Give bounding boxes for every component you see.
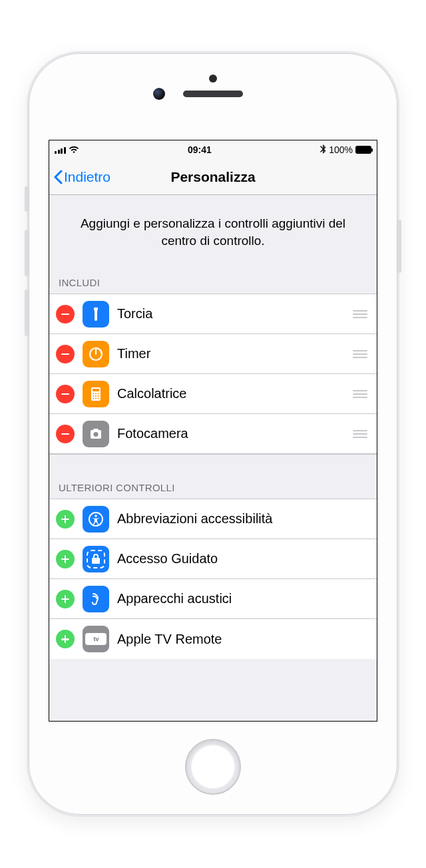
wifi-icon (69, 146, 79, 154)
reorder-handle[interactable] (351, 390, 369, 398)
status-bar: 09:41 100% (49, 140, 377, 159)
chevron-left-icon (53, 170, 63, 184)
volume-up (25, 230, 29, 276)
cellular-signal-icon (55, 146, 66, 154)
row-label: Timer (117, 346, 343, 361)
row-label: Torcia (117, 306, 343, 322)
section-header-include: INCLUDI (49, 272, 377, 294)
row-hearing: Apparecchi acustici (49, 579, 377, 619)
flashlight-icon (83, 301, 109, 327)
remove-button[interactable] (56, 305, 75, 324)
section-gap (49, 454, 377, 477)
reorder-handle[interactable] (351, 350, 369, 358)
proximity-sensor (209, 75, 217, 83)
battery-icon (355, 146, 371, 154)
camera-icon (83, 421, 109, 447)
row-label: Apple TV Remote (117, 632, 369, 647)
svg-point-8 (97, 395, 99, 397)
row-label: Calcolatrice (117, 386, 343, 401)
device-frame: 09:41 100% Indietro Personalizza Agg (0, 0, 426, 868)
add-button[interactable] (56, 510, 75, 529)
navigation-bar: Indietro Personalizza (49, 159, 377, 195)
back-label: Indietro (64, 169, 110, 185)
svg-point-4 (95, 393, 97, 394)
row-timer: Timer (49, 334, 377, 374)
reorder-handle[interactable] (351, 310, 369, 318)
row-fotocamera: Fotocamera (49, 414, 377, 454)
svg-point-10 (95, 397, 97, 399)
front-camera (153, 88, 165, 100)
reorder-handle[interactable] (351, 430, 369, 438)
row-guided-access: Accesso Guidato (49, 539, 377, 579)
mute-switch (25, 186, 29, 212)
battery-percentage: 100% (329, 144, 353, 155)
row-label: Fotocamera (117, 426, 343, 441)
back-button[interactable]: Indietro (53, 159, 110, 194)
earpiece-speaker (183, 91, 243, 97)
add-button[interactable] (56, 630, 75, 648)
row-torcia: Torcia (49, 294, 377, 334)
section-header-more: ULTERIORI CONTROLLI (49, 477, 377, 499)
row-apple-tv-remote: tv Apple TV Remote (49, 619, 377, 659)
remove-button[interactable] (56, 385, 75, 403)
timer-icon (83, 341, 109, 367)
row-label: Apparecchi acustici (117, 591, 369, 606)
svg-point-7 (95, 395, 97, 397)
calculator-icon (83, 381, 109, 407)
page-description: Aggiungi e personalizza i controlli aggi… (49, 195, 377, 272)
home-button[interactable] (185, 739, 241, 795)
svg-point-12 (93, 432, 98, 437)
svg-rect-2 (93, 389, 99, 391)
guided-access-icon (83, 546, 109, 572)
screen: 09:41 100% Indietro Personalizza Agg (49, 140, 377, 722)
power-button (397, 220, 401, 273)
svg-point-11 (97, 397, 99, 399)
row-calcolatrice: Calcolatrice (49, 374, 377, 414)
status-time: 09:41 (188, 144, 212, 155)
remove-button[interactable] (56, 425, 75, 443)
apple-tv-badge-text: tv (93, 636, 99, 642)
volume-down (25, 290, 29, 336)
phone-body: 09:41 100% Indietro Personalizza Agg (27, 51, 399, 817)
page-title: Personalizza (170, 169, 255, 185)
svg-point-9 (93, 397, 94, 399)
svg-point-5 (97, 393, 99, 394)
add-button[interactable] (56, 550, 75, 568)
remove-button[interactable] (56, 345, 75, 363)
add-button[interactable] (56, 590, 75, 608)
bluetooth-icon (320, 144, 326, 156)
apple-tv-icon: tv (83, 626, 109, 652)
row-label: Abbreviazioni accessibilità (117, 511, 369, 527)
svg-point-14 (95, 515, 97, 517)
row-accessibility: Abbreviazioni accessibilità (49, 499, 377, 539)
accessibility-icon (83, 506, 109, 533)
svg-point-6 (93, 395, 94, 397)
row-label: Accesso Guidato (117, 551, 369, 566)
svg-point-3 (93, 393, 94, 394)
hearing-icon (83, 586, 109, 612)
